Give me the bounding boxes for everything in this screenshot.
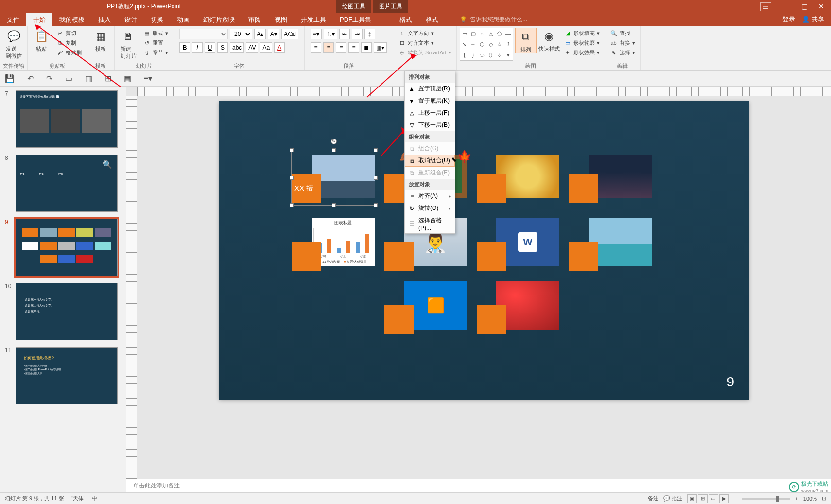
justify-button[interactable]: ≡ <box>348 42 359 53</box>
tab-slideshow[interactable]: 幻灯片放映 <box>196 13 242 26</box>
language-indicator[interactable]: 中 <box>92 495 97 502</box>
vertical-ruler[interactable] <box>126 96 137 479</box>
tab-pdf[interactable]: PDF工具集 <box>333 13 378 26</box>
selection-pane-item[interactable]: ☰选择窗格(P)... <box>405 214 455 233</box>
tab-animations[interactable]: 动画 <box>170 13 196 26</box>
close-icon[interactable]: ✕ <box>818 2 824 11</box>
send-to-back-item[interactable]: ▼置于底层(K) <box>405 95 455 107</box>
sign-in-link[interactable]: 登录 <box>782 15 795 24</box>
orange-square-6[interactable] <box>384 242 414 271</box>
line-spacing-button[interactable]: ‡ <box>364 29 375 39</box>
section-button[interactable]: §章节 ▾ <box>142 48 169 57</box>
layout-button[interactable]: ▤版式 ▾ <box>142 29 169 37</box>
zoom-level[interactable]: 100% <box>803 496 817 502</box>
align-item[interactable]: ⊫对齐(A) <box>405 190 455 202</box>
font-color-button[interactable]: A <box>274 42 285 53</box>
reading-view-icon[interactable]: ▭ <box>709 494 718 503</box>
tab-view[interactable]: 视图 <box>268 13 294 26</box>
columns-button[interactable]: ▥▾ <box>374 42 387 53</box>
zoom-in-button[interactable]: + <box>795 496 798 502</box>
save-icon[interactable]: 💾 <box>5 74 15 83</box>
zoom-out-button[interactable]: − <box>734 496 737 502</box>
tab-file[interactable]: 文件 <box>0 13 26 26</box>
thumbnail-7[interactable]: 7 连接下面的视觉效果的标题 📄 <box>5 90 121 148</box>
distribute-button[interactable]: ≣ <box>361 42 372 53</box>
normal-view-icon[interactable]: ▣ <box>687 494 697 503</box>
shapes-gallery[interactable]: ▭▢○△⬠— ↘↔⬡◇☆⤴ {}⬭⬯⟡▾ <box>460 28 513 61</box>
zoom-slider[interactable] <box>742 498 790 500</box>
cut-button[interactable]: ✂剪切 <box>55 29 83 37</box>
send-to-wechat-button[interactable]: 💬 发送 到微信 <box>3 28 24 60</box>
bullets-button[interactable]: ≡▾ <box>311 29 322 39</box>
rotate-handle[interactable] <box>331 139 337 144</box>
tab-transitions[interactable]: 切换 <box>144 13 170 26</box>
bold-button[interactable]: B <box>179 42 190 53</box>
resize-handle-tl[interactable] <box>290 148 294 152</box>
slideshow-view-icon[interactable]: ▶ <box>719 494 729 503</box>
increase-indent-button[interactable]: ⇥ <box>352 29 363 39</box>
paste-button[interactable]: 📋 粘贴 <box>31 28 52 52</box>
decrease-indent-button[interactable]: ⇤ <box>339 29 350 39</box>
align-center-button[interactable]: ≡ <box>323 42 334 53</box>
orange-square-3[interactable] <box>477 174 506 203</box>
align-left-button[interactable]: ≡ <box>311 42 321 53</box>
qat-icon-2[interactable]: ▥ <box>85 74 92 83</box>
shape-effects-button[interactable]: ✦形状效果 ▾ <box>563 48 601 57</box>
share-button[interactable]: 👤 共享 <box>802 15 824 24</box>
tab-my-template[interactable]: 我的模板 <box>52 13 91 26</box>
find-button[interactable]: 🔍查找 <box>609 29 636 37</box>
resize-handle-bl[interactable] <box>290 203 294 207</box>
orange-square-8[interactable] <box>569 242 598 271</box>
shadow-button[interactable]: S <box>217 42 228 53</box>
rotate-item[interactable]: ↻旋转(O) <box>405 202 455 214</box>
format-painter-button[interactable]: 🖌格式刷 <box>55 48 83 57</box>
reset-button[interactable]: ↺重置 <box>142 38 169 47</box>
orange-square-9[interactable] <box>384 305 414 334</box>
tab-review[interactable]: 审阅 <box>242 13 268 26</box>
increase-font-icon[interactable]: A▴ <box>254 29 266 39</box>
thumbnail-8[interactable]: 8 🔍栏1栏2栏3 <box>5 155 121 212</box>
undo-icon[interactable]: ↶ <box>27 74 34 83</box>
arrange-button[interactable]: ⧉ 排列 <box>515 28 537 53</box>
resize-handle-ml[interactable] <box>290 176 294 180</box>
new-slide-button[interactable]: 🗎 新建 幻灯片 <box>118 28 139 60</box>
tab-home[interactable]: 开始 <box>26 13 52 26</box>
qat-icon-4[interactable]: ▦ <box>124 74 131 83</box>
align-text-button[interactable]: ⊟对齐文本 ▾ <box>397 38 452 47</box>
comments-toggle[interactable]: 💬 批注 <box>663 495 682 502</box>
thumbnail-9[interactable]: 9 <box>5 219 121 276</box>
align-right-button[interactable]: ≡ <box>336 42 346 53</box>
bring-forward-item[interactable]: △上移一层(F) <box>405 107 455 119</box>
resize-handle-tm[interactable] <box>332 148 336 152</box>
contextual-tab-picture[interactable]: 图片工具 <box>373 0 408 13</box>
orange-square-7[interactable] <box>477 242 506 271</box>
thumbnail-11[interactable]: 11 如何使用此模板？• 第一条说明文字内容• 第二条说明 PowerPoint… <box>5 347 121 404</box>
send-backward-item[interactable]: ▽下移一层(B) <box>405 119 455 131</box>
fit-window-icon[interactable]: ⊡ <box>822 495 826 502</box>
orange-square-4[interactable] <box>569 174 598 203</box>
font-size-select[interactable]: 20 <box>230 29 252 39</box>
text-direction-button[interactable]: ↕文字方向 ▾ <box>397 29 452 37</box>
thumbnail-10[interactable]: 10 这是第一行占位文字。这是第二行占位文字。这是第三行。 <box>5 283 121 340</box>
tell-me-search[interactable]: 💡 告诉我您想要做什么... <box>455 13 532 26</box>
replace-button[interactable]: ab替换 ▾ <box>609 38 636 47</box>
qat-icon-5[interactable]: ≡▾ <box>144 74 152 83</box>
select-button[interactable]: ⬉选择 ▾ <box>609 48 636 57</box>
shape-outline-button[interactable]: ▭形状轮廓 ▾ <box>563 38 601 47</box>
sorter-view-icon[interactable]: ⊞ <box>698 494 708 503</box>
underline-button[interactable]: U <box>205 42 215 53</box>
ribbon-display-options-icon[interactable]: ▭ <box>760 2 771 11</box>
minimize-icon[interactable]: ― <box>784 2 791 11</box>
strikethrough-button[interactable]: abc <box>230 42 244 53</box>
ungroup-item[interactable]: ⧈取消组合(U) <box>405 155 455 167</box>
tab-insert[interactable]: 插入 <box>91 13 118 26</box>
clear-format-icon[interactable]: A⌫ <box>281 29 298 39</box>
orange-square-10[interactable] <box>477 305 506 334</box>
resize-handle-tr[interactable] <box>374 148 378 152</box>
char-spacing-button[interactable]: AV <box>246 42 258 53</box>
tab-format-drawing[interactable]: 格式 <box>393 13 419 26</box>
qat-icon-3[interactable]: ⊞ <box>105 74 111 83</box>
tab-developer[interactable]: 开发工具 <box>294 13 333 26</box>
template-button[interactable]: ▦ 模板 <box>90 28 111 52</box>
slide-counter[interactable]: 幻灯片 第 9 张，共 11 张 <box>5 495 64 502</box>
